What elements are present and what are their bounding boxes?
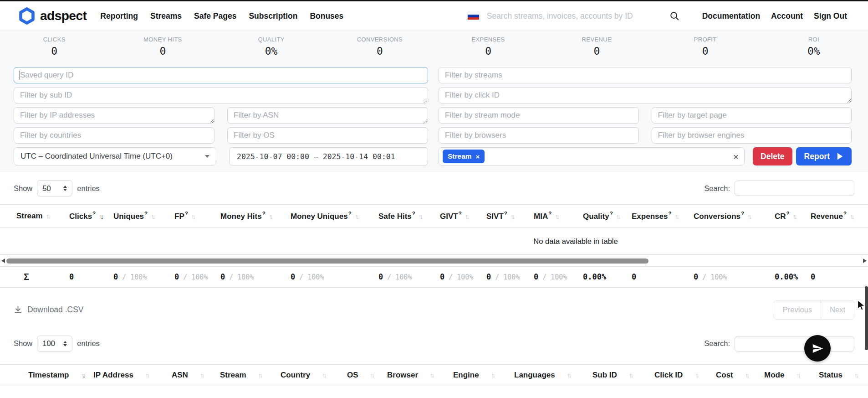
column-header-revenue[interactable]: Revenue?↑↓ bbox=[794, 205, 868, 228]
help-icon[interactable]: ? bbox=[144, 211, 148, 216]
nav-link-account[interactable]: Account bbox=[771, 11, 803, 21]
column-label: Engine bbox=[453, 371, 479, 379]
column-header-sivt[interactable]: SIVT?↑↓ bbox=[470, 205, 517, 228]
delete-button[interactable]: Delete bbox=[753, 147, 792, 165]
scroll-right-arrow-icon[interactable] bbox=[863, 258, 867, 263]
help-icon[interactable]: ? bbox=[185, 211, 188, 216]
column-header-os[interactable]: OS↑↓ bbox=[329, 364, 369, 386]
column-header-expenses[interactable]: Expenses?↑↓ bbox=[615, 205, 677, 228]
page-size-select[interactable]: 50 bbox=[37, 180, 72, 196]
column-header-timestamp[interactable]: Timestamp↑↓ bbox=[0, 364, 75, 386]
help-icon[interactable]: ? bbox=[610, 211, 613, 216]
column-header-languages[interactable]: Languages↑↓ bbox=[496, 364, 574, 386]
filter-countries-input[interactable] bbox=[14, 127, 214, 144]
column-header-givt[interactable]: GIVT?↑↓ bbox=[424, 205, 470, 228]
help-icon[interactable]: ? bbox=[412, 211, 415, 216]
help-icon[interactable]: ? bbox=[459, 211, 462, 216]
column-header-click-id[interactable]: Click ID↑↓ bbox=[636, 364, 698, 386]
stepper-arrows-icon bbox=[63, 341, 67, 346]
column-header-stream[interactable]: Stream↑↓ bbox=[0, 205, 53, 228]
previous-page-button[interactable]: Previous bbox=[774, 300, 821, 320]
help-icon[interactable]: ? bbox=[786, 211, 790, 216]
column-header-mia[interactable]: MIA?↑↓ bbox=[517, 205, 567, 228]
filter-stream-mode-input[interactable] bbox=[439, 107, 639, 124]
help-icon[interactable]: ? bbox=[741, 211, 744, 216]
column-header-fp[interactable]: FP?↑↓ bbox=[158, 205, 204, 228]
column-header-engine[interactable]: Engine↑↓ bbox=[435, 364, 496, 386]
column-header-uniques[interactable]: Uniques?↑↓ bbox=[97, 205, 158, 228]
help-icon[interactable]: ? bbox=[348, 211, 352, 216]
adspect-logo[interactable]: adspect bbox=[18, 7, 87, 25]
clear-selection-icon[interactable]: × bbox=[733, 152, 739, 161]
column-header-quality[interactable]: Quality?↑↓ bbox=[567, 205, 615, 228]
help-icon[interactable]: ? bbox=[548, 211, 551, 216]
column-header-conversions[interactable]: Conversions?↑↓ bbox=[677, 205, 758, 228]
help-icon[interactable]: ? bbox=[262, 211, 266, 216]
horizontal-scrollbar-thumb[interactable] bbox=[6, 258, 648, 264]
nav-item-streams[interactable]: Streams bbox=[150, 11, 182, 21]
horizontal-scrollbar[interactable] bbox=[0, 257, 868, 264]
scroll-left-arrow-icon[interactable] bbox=[1, 258, 5, 263]
filter-sub-id-input[interactable] bbox=[14, 87, 428, 103]
column-header-cost[interactable]: Cost↑↓ bbox=[698, 364, 746, 386]
column-header-sub-id[interactable]: Sub ID↑↓ bbox=[574, 364, 636, 386]
nav-item-reporting[interactable]: Reporting bbox=[100, 11, 138, 21]
report-table-search-input[interactable] bbox=[735, 181, 854, 196]
column-header-status[interactable]: Status↑↓ bbox=[801, 364, 868, 386]
totals-cell-uniques: 0/ 100% bbox=[97, 266, 158, 287]
group-by-multiselect[interactable]: Stream × × bbox=[439, 147, 745, 165]
sort-arrows-icon: ↑↓ bbox=[616, 213, 621, 220]
column-header-stream[interactable]: Stream↑↓ bbox=[202, 364, 262, 386]
vertical-scrollbar-thumb[interactable] bbox=[865, 286, 868, 350]
help-icon[interactable]: ? bbox=[668, 211, 671, 216]
filter-click-id-input[interactable] bbox=[439, 87, 852, 103]
saved-query-id-input[interactable] bbox=[14, 67, 428, 83]
stat-clicks: CLICKS0 bbox=[0, 36, 108, 64]
filter-streams-input[interactable] bbox=[439, 67, 852, 83]
clicks-table-search-input[interactable] bbox=[735, 336, 854, 351]
nav-link-sign-out[interactable]: Sign Out bbox=[814, 11, 847, 21]
clicks-page-size-select[interactable]: 100 bbox=[37, 336, 72, 352]
nav-link-documentation[interactable]: Documentation bbox=[702, 11, 760, 21]
filter-asn-input[interactable] bbox=[227, 107, 428, 124]
column-header-money-hits[interactable]: Money Hits?↑↓ bbox=[204, 205, 274, 228]
column-header-country[interactable]: Country↑↓ bbox=[262, 364, 329, 386]
report-button[interactable]: Report bbox=[796, 147, 852, 165]
group-tag-stream[interactable]: Stream × bbox=[443, 150, 485, 163]
filter-browser-engines-input[interactable] bbox=[652, 127, 852, 144]
column-header-safe-hits[interactable]: Safe Hits?↑↓ bbox=[362, 205, 424, 228]
flag-ru-icon[interactable] bbox=[467, 12, 480, 20]
column-header-mode[interactable]: Mode↑↓ bbox=[746, 364, 801, 386]
download-csv-link[interactable]: Download .CSV bbox=[14, 305, 84, 315]
remove-tag-icon[interactable]: × bbox=[476, 153, 480, 160]
column-label: Money Hits bbox=[220, 212, 262, 221]
filter-target-page-input[interactable] bbox=[652, 107, 852, 124]
timezone-select[interactable]: UTC – Coordinated Universal Time (UTC+0) bbox=[14, 147, 216, 165]
filter-browsers-input[interactable] bbox=[439, 127, 639, 144]
help-icon[interactable]: ? bbox=[504, 211, 507, 216]
telegram-button[interactable] bbox=[804, 335, 831, 362]
column-header-browser[interactable]: Browser↑↓ bbox=[369, 364, 435, 386]
nav-item-safe-pages[interactable]: Safe Pages bbox=[194, 11, 236, 21]
filter-ip-addresses-input[interactable] bbox=[14, 107, 214, 124]
next-page-button[interactable]: Next bbox=[821, 300, 854, 320]
stat-value: 0 bbox=[326, 45, 434, 57]
column-header-cr[interactable]: CR?↑↓ bbox=[758, 205, 794, 228]
search-icon[interactable] bbox=[669, 11, 679, 21]
totals-ratio: / 100% bbox=[122, 273, 147, 281]
column-header-ip-address[interactable]: IP Address↑↓ bbox=[75, 364, 153, 386]
column-label: CR bbox=[775, 212, 786, 221]
date-range-input[interactable] bbox=[229, 147, 428, 165]
help-icon[interactable]: ? bbox=[843, 211, 847, 216]
column-header-clicks[interactable]: Clicks?↑↓ bbox=[53, 205, 97, 228]
help-icon[interactable]: ? bbox=[92, 211, 96, 216]
totals-cell-mia: 0/ 100% bbox=[517, 266, 567, 287]
totals-value: 0 bbox=[440, 272, 444, 281]
nav-item-subscription[interactable]: Subscription bbox=[249, 11, 297, 21]
global-search-input[interactable] bbox=[487, 11, 667, 21]
nav-item-bonuses[interactable]: Bonuses bbox=[310, 11, 343, 21]
stat-value: 0 bbox=[651, 45, 760, 57]
column-header-asn[interactable]: ASN↑↓ bbox=[153, 364, 202, 386]
filter-os-input[interactable] bbox=[227, 127, 428, 144]
column-header-money-uniques[interactable]: Money Uniques?↑↓ bbox=[274, 205, 362, 228]
